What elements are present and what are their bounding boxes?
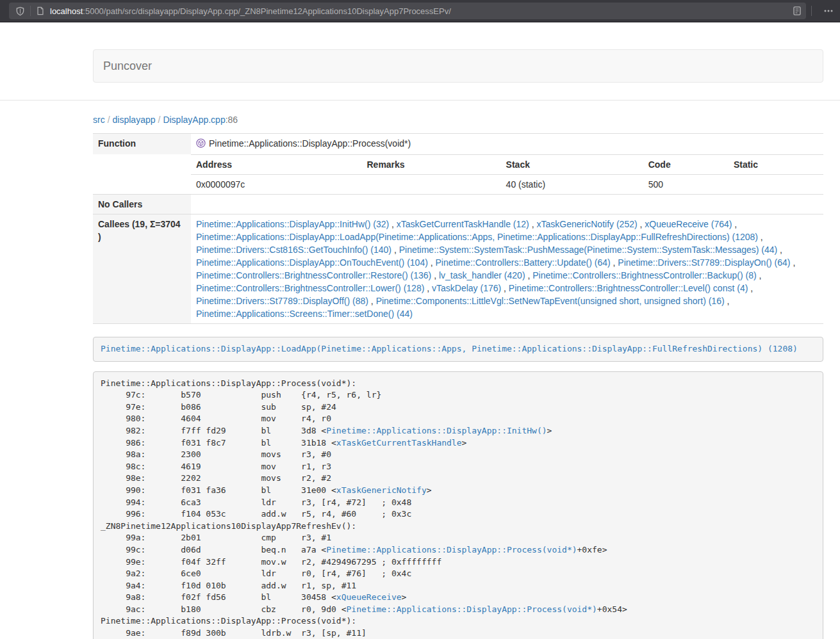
asm-line: 986: f031 f8c7 bl 31b18 <xTaskGetCurrent… <box>101 437 816 449</box>
callee-separator: , <box>389 219 397 229</box>
asm-symbol-link[interactable]: Pinetime::Applications::DisplayApp::Init… <box>326 426 547 435</box>
urlbar-divider <box>30 6 31 16</box>
callee-link[interactable]: Pinetime::Controllers::BrightnessControl… <box>196 270 431 280</box>
callee-link[interactable]: lv_task_handler (420) <box>439 270 525 280</box>
no-callers-row: No Callers <box>93 195 823 214</box>
callee-separator: , <box>758 232 763 242</box>
callee-link[interactable]: Pinetime::Applications::DisplayApp::OnTo… <box>196 257 428 268</box>
asm-line: 97c: b570 push {r4, r5, r6, lr} <box>101 389 816 401</box>
app-brand[interactable]: Puncover <box>94 60 152 73</box>
callee-link[interactable]: xTaskGenericNotify (252) <box>536 219 637 229</box>
reader-mode-icon[interactable] <box>792 6 802 16</box>
asm-line: 9ae: f89d 300b ldrb.w r3, [sp, #11] <box>101 627 816 639</box>
function-stats-row: Address Remarks Stack Code Static 0x0000… <box>93 154 823 195</box>
col-header-address: Address <box>191 155 361 175</box>
breadcrumb-link[interactable]: DisplayApp.cpp <box>163 115 225 125</box>
asm-symbol-link[interactable]: xTaskGetCurrentTaskHandle <box>336 438 462 448</box>
asm-line: Pinetime::Applications::DisplayApp::Proc… <box>101 615 816 627</box>
asm-line: 98e: 2202 movs r2, #2 <box>101 473 816 485</box>
col-header-static: Static <box>729 155 823 175</box>
symbol-cube-icon <box>196 138 206 151</box>
col-header-code: Code <box>643 155 729 175</box>
callee-separator: , <box>748 283 753 293</box>
asm-line: 9a2: 6ce0 ldr r0, [r4, #76] ; 0x4c <box>101 568 816 580</box>
asm-line: 99c: d06d beq.n a7a <Pinetime::Applicati… <box>101 544 816 556</box>
callee-link[interactable]: Pinetime::Controllers::Battery::Update()… <box>436 257 611 268</box>
breadcrumb-link[interactable]: src <box>93 115 105 125</box>
stats-values-row: 0x0000097c 40 (static) 500 <box>191 175 823 195</box>
callee-link[interactable]: Pinetime::Controllers::BrightnessControl… <box>196 283 424 293</box>
callee-link[interactable]: Pinetime::System::SystemTask::PushMessag… <box>399 245 778 255</box>
highlighted-symbol-block: Pinetime::Applications::DisplayApp::Load… <box>93 337 823 362</box>
breadcrumb-line-number: :86 <box>226 115 238 125</box>
url-text[interactable]: localhost:5000/path/src/displayapp/Displ… <box>50 6 792 16</box>
callee-link[interactable]: Pinetime::Drivers::St7789::DisplayOff() … <box>196 296 368 306</box>
callee-separator: , <box>611 257 618 268</box>
col-header-remarks: Remarks <box>361 155 500 175</box>
asm-symbol-link[interactable]: xQueueReceive <box>336 592 402 602</box>
toolbar-divider <box>811 6 812 16</box>
asm-line: 9ac: b180 cbz r0, 9d0 <Pinetime::Applica… <box>101 604 816 616</box>
callee-separator: , <box>501 283 509 293</box>
asm-line: 99a: 2b01 cmp r3, #1 <box>101 532 816 544</box>
shield-icon[interactable] <box>15 6 25 16</box>
disassembly-block: Pinetime::Applications::DisplayApp::Proc… <box>93 371 823 639</box>
breadcrumb: src/displayapp/DisplayApp.cpp:86 <box>93 113 823 126</box>
overflow-menu-icon[interactable] <box>823 6 834 16</box>
asm-line: 982: f7ff fd29 bl 3d8 <Pinetime::Applica… <box>101 425 816 437</box>
url-path: :5000/path/src/displayapp/DisplayApp.cpp… <box>83 6 451 16</box>
asm-line: 996: f104 053c add.w r5, r4, #60 ; 0x3c <box>101 508 816 521</box>
callee-link[interactable]: Pinetime::Applications::DisplayApp::Init… <box>196 219 389 229</box>
function-label: Function <box>93 134 191 155</box>
callee-separator: , <box>725 296 730 306</box>
callee-separator: , <box>368 296 376 306</box>
divider <box>0 100 840 101</box>
callee-separator: , <box>431 270 439 280</box>
asm-line: 97e: b086 sub sp, #24 <box>101 401 816 414</box>
address-value: 0x0000097c <box>191 175 361 195</box>
callee-link[interactable]: xTaskGetCurrentTaskHandle (12) <box>397 219 529 229</box>
asm-line: 980: 4604 mov r4, r0 <box>101 413 816 425</box>
page-icon[interactable] <box>36 6 45 15</box>
asm-symbol-link[interactable]: Pinetime::Applications::DisplayApp::Proc… <box>326 545 577 554</box>
callees-list: Pinetime::Applications::DisplayApp::Init… <box>191 214 823 324</box>
function-name: Pinetime::Applications::DisplayApp::Proc… <box>209 138 411 149</box>
callee-link[interactable]: Pinetime::Controllers::BrightnessControl… <box>532 270 756 280</box>
callee-link[interactable]: Pinetime::Applications::Screens::Timer::… <box>196 309 413 319</box>
callee-separator: , <box>391 245 399 255</box>
callee-link[interactable]: Pinetime::Drivers::St7789::DisplayOn() (… <box>618 257 790 268</box>
asm-symbol-link[interactable]: Pinetime::Applications::DisplayApp::Proc… <box>347 604 597 614</box>
callees-row: Callees (19, Σ=3704 ) Pinetime::Applicat… <box>93 214 823 324</box>
callee-separator: , <box>525 270 533 280</box>
callee-separator: , <box>777 245 782 255</box>
stack-value: 40 (static) <box>501 175 643 195</box>
stats-table: Address Remarks Stack Code Static 0x0000… <box>191 154 823 194</box>
callee-separator: , <box>732 219 737 229</box>
function-row: Function Pinetime::Applications::Display… <box>93 134 823 155</box>
callee-separator: , <box>428 257 436 268</box>
asm-line: 9a8: f02f fd56 bl 30458 <xQueueReceive> <box>101 592 816 604</box>
browser-toolbar: localhost:5000/path/src/displayapp/Displ… <box>0 0 840 22</box>
callee-separator: , <box>529 219 537 229</box>
asm-line: 9a4: f10d 010b add.w r1, sp, #11 <box>101 580 816 592</box>
code-value: 500 <box>643 175 729 195</box>
callee-link[interactable]: xQueueReceive (764) <box>645 219 732 229</box>
callee-link[interactable]: Pinetime::Applications::DisplayApp::Load… <box>196 232 758 242</box>
callee-link[interactable]: Pinetime::Components::LittleVgl::SetNewT… <box>376 296 725 306</box>
url-bar[interactable]: localhost:5000/path/src/displayapp/Displ… <box>9 3 806 19</box>
breadcrumb-link[interactable]: displayapp <box>113 115 156 125</box>
callee-link[interactable]: vTaskDelay (176) <box>432 283 501 293</box>
asm-line: 990: f031 fa36 bl 31e00 <xTaskGenericNot… <box>101 485 816 497</box>
asm-symbol-link[interactable]: xTaskGenericNotify <box>336 485 427 495</box>
asm-line: 98c: 4619 mov r1, r3 <box>101 461 816 473</box>
static-value <box>729 175 823 195</box>
callee-link[interactable]: Pinetime::Drivers::Cst816S::GetTouchInfo… <box>196 245 391 255</box>
app-navbar: Puncover <box>93 49 823 83</box>
callee-separator: , <box>791 257 796 268</box>
highlighted-symbol-link[interactable]: Pinetime::Applications::DisplayApp::Load… <box>101 344 798 353</box>
asm-line: _ZN8Pinetime12Applications10DisplayApp7R… <box>101 521 816 533</box>
remarks-value <box>361 175 500 195</box>
callee-link[interactable]: Pinetime::Controllers::BrightnessControl… <box>509 283 748 293</box>
asm-line: 98a: 2300 movs r3, #0 <box>101 449 816 461</box>
callee-separator: , <box>757 270 762 280</box>
